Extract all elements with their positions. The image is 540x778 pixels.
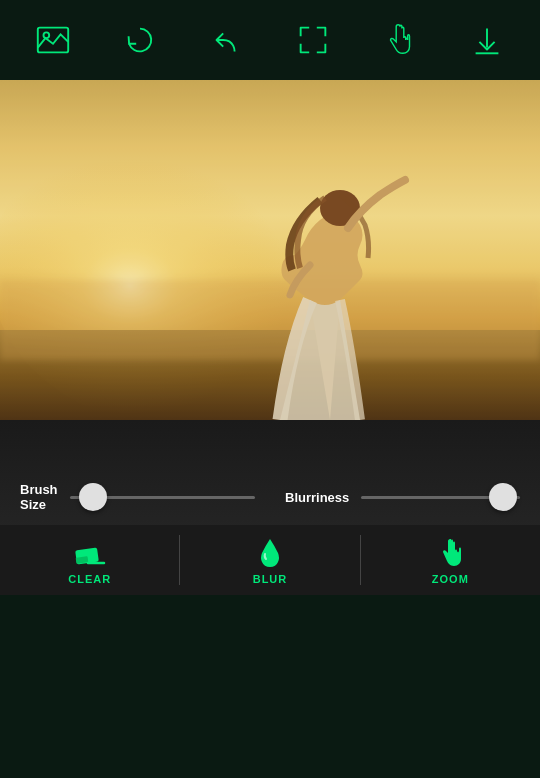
photo: [0, 80, 540, 420]
blurriness-label: Blurriness: [285, 490, 349, 506]
bottom-nav: CLEAR BLUR ZOOM: [0, 525, 540, 595]
blur-label: BLUR: [253, 573, 288, 585]
refresh-icon[interactable]: [115, 15, 165, 65]
clear-icon: [72, 535, 108, 571]
blur-icon: [252, 535, 288, 571]
svg-rect-0: [38, 28, 68, 53]
expand-icon[interactable]: [288, 15, 338, 65]
controls-row: Brush Size Blurriness: [0, 470, 540, 525]
blurriness-control: Blurriness: [285, 490, 520, 506]
brush-size-control: Brush Size: [20, 482, 255, 513]
svg-rect-7: [0, 80, 540, 420]
zoom-button[interactable]: ZOOM: [361, 525, 540, 595]
image-icon[interactable]: [28, 15, 78, 65]
clear-button[interactable]: CLEAR: [0, 525, 179, 595]
undo-icon[interactable]: [202, 15, 252, 65]
bottom-panel: Brush Size Blurriness CLEAR: [0, 420, 540, 595]
toolbar: [0, 0, 540, 80]
photo-svg: [0, 80, 540, 420]
zoom-icon: [432, 535, 468, 571]
clear-label: CLEAR: [68, 573, 111, 585]
image-area[interactable]: [0, 80, 540, 420]
blurriness-slider[interactable]: [361, 496, 520, 499]
blur-button[interactable]: BLUR: [180, 525, 359, 595]
blurriness-thumb[interactable]: [489, 483, 517, 511]
svg-point-1: [44, 32, 50, 38]
download-icon[interactable]: [462, 15, 512, 65]
touch-icon[interactable]: [375, 15, 425, 65]
zoom-label: ZOOM: [432, 573, 469, 585]
brush-size-thumb[interactable]: [79, 483, 107, 511]
brush-size-slider[interactable]: [70, 496, 255, 499]
brush-size-label: Brush Size: [20, 482, 58, 513]
